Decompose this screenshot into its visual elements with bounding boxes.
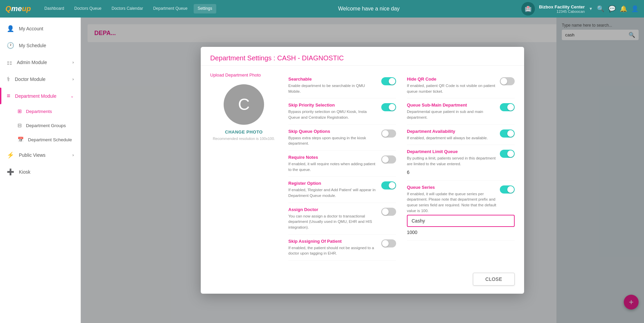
toggle-hide-qr[interactable]	[500, 77, 515, 85]
topnav-right: 🏥 Bizbox Facility Center 12345 Caboocan …	[521, 2, 639, 16]
setting-desc-require-notes: If enabled, it will require notes when a…	[288, 161, 378, 172]
setting-desc-queue-series: If enabled, it will update the queue ser…	[407, 191, 496, 214]
queue-series-input[interactable]	[407, 215, 515, 227]
doctor-module-chevron: ›	[72, 77, 74, 82]
public-views-chevron: ›	[72, 153, 74, 157]
setting-dept-limit-queue: Department Limit Queue By putting a limi…	[407, 145, 515, 180]
toggle-dept-availability[interactable]	[500, 129, 515, 138]
settings-right-col: Hide QR Code If enabled, patient QR Code…	[407, 72, 515, 261]
sidebar-item-doctor-module[interactable]: ⚕ Doctor Module ›	[0, 71, 80, 88]
setting-name-queue-sub-main: Queue Sub-Main Department	[407, 102, 496, 108]
admin-module-icon: ⚏	[7, 59, 12, 66]
upload-label: Upload Department Photo	[210, 72, 261, 78]
main-area: DEPA... Type name here to search... 🔍 + …	[81, 18, 644, 323]
sidebar-item-my-account[interactable]: 👤 My Account	[0, 20, 80, 37]
toggle-queue-sub-main[interactable]	[500, 103, 515, 111]
department-module-chevron: ⌄	[70, 94, 74, 98]
setting-queue-sub-main: Queue Sub-Main Department Departmental q…	[407, 98, 515, 124]
setting-hide-qr: Hide QR Code If enabled, patient QR Code…	[407, 72, 515, 98]
change-photo-button[interactable]: CHANGE PHOTO	[225, 129, 263, 135]
sidebar-label-doctor-module: Doctor Module	[15, 77, 45, 82]
facility-dropdown[interactable]: ▼	[589, 6, 593, 11]
nav-links: Dashboard Doctors Queue Doctors Calendar…	[40, 4, 216, 13]
setting-assign-doctor: Assign Doctor You can now assign a docto…	[288, 203, 396, 235]
toggle-dept-limit-queue[interactable]	[500, 150, 515, 158]
setting-register-option: Register Option If enabled, 'Register an…	[288, 177, 396, 203]
welcome-message: Welcome have a nice day	[216, 6, 521, 12]
sidebar-item-kiosk[interactable]: ➕ Kiosk	[0, 164, 80, 180]
toggle-assign-doctor[interactable]	[381, 208, 396, 216]
public-views-icon: ⚡	[7, 151, 14, 159]
departments-icon: ⊞	[18, 108, 22, 114]
my-account-icon: 👤	[7, 25, 14, 32]
nav-settings[interactable]: Settings	[194, 4, 216, 13]
logo: Qmeup	[5, 4, 31, 13]
photo-circle: C	[224, 84, 264, 125]
nav-department-queue[interactable]: Department Queue	[149, 4, 192, 13]
setting-skip-assigning: Skip Assigning Of Patient If enabled, th…	[288, 235, 396, 261]
facility-avatar: 🏥	[521, 2, 535, 16]
nav-doctors-queue[interactable]: Doctors Queue	[70, 4, 106, 13]
modal-title: Department Settings : CASH - DIAGNOSTIC	[210, 54, 515, 62]
sidebar-label-department-module: Department Module	[15, 93, 57, 99]
kiosk-icon: ➕	[7, 168, 14, 176]
layout: 👤 My Account 🕐 My Schedule ⚏ Admin Modul…	[0, 18, 644, 323]
settings-left-col: Searchable Enable department to be searc…	[288, 72, 396, 261]
sidebar-sub-department-groups[interactable]: ⊟ Department Groups	[18, 118, 80, 133]
user-nav-icon[interactable]: 👤	[631, 5, 639, 12]
toggle-skip-queue[interactable]	[381, 129, 396, 138]
modal-body: Upload Department Photo C CHANGE PHOTO R…	[201, 66, 524, 267]
sidebar-sub-departments[interactable]: ⊞ Departments	[18, 104, 80, 118]
nav-dashboard[interactable]: Dashboard	[40, 4, 68, 13]
setting-name-queue-series: Queue Series	[407, 185, 496, 190]
modal-overlay: Department Settings : CASH - DIAGNOSTIC …	[81, 18, 644, 323]
sidebar: 👤 My Account 🕐 My Schedule ⚏ Admin Modul…	[0, 18, 81, 323]
setting-dept-availability: Department Availability If enabled, depa…	[407, 125, 515, 145]
admin-module-chevron: ›	[72, 60, 74, 65]
toggle-searchable[interactable]	[381, 77, 396, 85]
sidebar-item-department-module[interactable]: ≡ Department Module ⌄	[0, 88, 80, 104]
sidebar-label-public-views: Public Views	[19, 152, 45, 158]
search-nav-icon[interactable]: 🔍	[597, 5, 604, 12]
setting-desc-dept-availability: If enabled, department will always be av…	[407, 135, 488, 141]
sidebar-sub-label-schedule: Department Schedule	[28, 137, 72, 142]
department-sub-menu: ⊞ Departments ⊟ Department Groups 📅 Depa…	[0, 104, 80, 147]
department-schedule-icon: 📅	[18, 137, 24, 143]
setting-queue-series: Queue Series If enabled, it will update …	[407, 181, 515, 241]
nav-doctors-calendar[interactable]: Doctors Calendar	[107, 4, 147, 13]
toggle-skip-priority[interactable]	[381, 103, 396, 111]
facility-sub: 12345 Caboocan	[539, 9, 585, 13]
setting-name-dept-limit-queue: Department Limit Queue	[407, 149, 496, 154]
setting-desc-dept-limit-queue: By putting a limit, patients served in t…	[407, 155, 496, 167]
svg-text:🏥: 🏥	[525, 6, 532, 12]
toggle-queue-series[interactable]	[500, 185, 515, 194]
sidebar-label-kiosk: Kiosk	[19, 169, 30, 175]
setting-desc-searchable: Enable department to be searchable in QM…	[288, 83, 378, 94]
sidebar-item-admin-module[interactable]: ⚏ Admin Module ›	[0, 54, 80, 71]
toggle-require-notes[interactable]	[381, 155, 396, 164]
sidebar-label-admin-module: Admin Module	[17, 60, 47, 65]
setting-name-skip-queue: Skip Queue Options	[288, 129, 378, 134]
sidebar-item-public-views[interactable]: ⚡ Public Views ›	[0, 147, 80, 164]
sidebar-item-my-schedule[interactable]: 🕐 My Schedule	[0, 37, 80, 54]
sidebar-label-my-account: My Account	[19, 26, 43, 31]
setting-desc-register-option: If enabled, 'Register and Add Patient' w…	[288, 187, 378, 198]
department-settings-modal: Department Settings : CASH - DIAGNOSTIC …	[201, 47, 524, 294]
active-bar	[0, 88, 1, 104]
setting-name-hide-qr: Hide QR Code	[407, 77, 496, 82]
setting-desc-skip-priority: Bypass priority selection on QMU Kiosk, …	[288, 109, 378, 120]
toggle-register-option[interactable]	[381, 181, 396, 189]
close-button[interactable]: CLOSE	[473, 273, 515, 286]
bell-nav-icon[interactable]: 🔔	[620, 5, 627, 12]
sidebar-sub-department-schedule[interactable]: 📅 Department Schedule	[18, 133, 80, 147]
setting-name-skip-assigning: Skip Assigning Of Patient	[288, 239, 378, 244]
sidebar-label-my-schedule: My Schedule	[19, 43, 46, 48]
chat-nav-icon[interactable]: 💬	[608, 5, 616, 12]
setting-require-notes: Require Notes If enabled, it will requir…	[288, 151, 396, 177]
toggle-skip-assigning[interactable]	[381, 239, 396, 247]
modal-settings-grid: Searchable Enable department to be searc…	[288, 72, 515, 261]
queue-series-plain-value: 1000	[407, 227, 515, 236]
setting-name-require-notes: Require Notes	[288, 155, 378, 160]
modal-footer: CLOSE	[201, 267, 524, 294]
setting-name-register-option: Register Option	[288, 181, 378, 186]
